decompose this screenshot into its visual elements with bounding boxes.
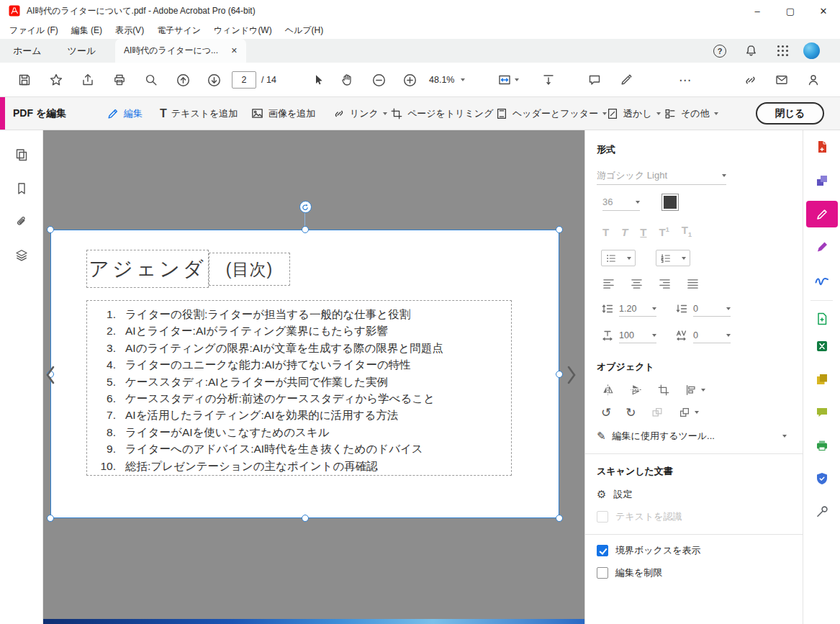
more-tools-rail-icon[interactable]	[813, 502, 831, 521]
bullet-list-dropdown[interactable]	[601, 250, 636, 266]
edit-pdf-icon[interactable]	[806, 201, 838, 227]
recognize-text-checkbox[interactable]	[597, 511, 608, 523]
line-spacing-dropdown[interactable]: 1.20	[619, 301, 656, 317]
rotate-clockwise-button[interactable]: ↻	[626, 407, 636, 419]
combine-files-icon[interactable]	[813, 171, 831, 190]
app-grid-button[interactable]	[772, 39, 793, 63]
more-tools-button[interactable]: ⋯	[675, 70, 695, 90]
scan-ocr-icon[interactable]	[813, 436, 831, 455]
numbered-list-dropdown[interactable]	[656, 250, 690, 266]
close-edit-mode-button[interactable]: 閉じる	[756, 102, 824, 125]
account-avatar[interactable]	[800, 39, 822, 63]
show-bounding-box-checkbox[interactable]	[597, 545, 608, 556]
bookmarks-icon[interactable]	[13, 180, 30, 197]
next-page-arrow[interactable]	[564, 364, 579, 386]
add-image-button[interactable]: 画像を追加	[250, 97, 315, 130]
zoom-out-button[interactable]	[369, 70, 389, 90]
selection-handle-middle-right[interactable]	[556, 371, 563, 378]
arrange-objects-dropdown[interactable]	[678, 406, 699, 419]
page-number-input[interactable]: 2	[232, 71, 256, 89]
document-viewport[interactable]: アジェンダ (目次) 1.ライターの役割:ライターが担当する一般的な仕事と役割 …	[43, 130, 584, 624]
font-size-dropdown[interactable]: 36	[602, 194, 640, 211]
crop-object-button[interactable]	[657, 384, 670, 397]
slide-subtitle-textbox[interactable]: (目次)	[209, 253, 290, 286]
flip-horizontal-button[interactable]	[601, 383, 615, 397]
link-tool-button[interactable]: リンク	[333, 97, 387, 130]
measure-tool-button[interactable]	[538, 70, 559, 90]
replace-object-button[interactable]	[651, 406, 664, 419]
agenda-list-textbox[interactable]: 1.ライターの役割:ライターが担当する一般的な仕事と役割 2.AIとライター:A…	[86, 300, 512, 476]
underline-button[interactable]: T	[640, 226, 646, 238]
character-spacing-dropdown[interactable]: 0	[693, 327, 731, 343]
tab-home[interactable]: ホーム	[0, 39, 55, 63]
protect-pdf-icon[interactable]	[813, 469, 831, 488]
scan-settings-button[interactable]: ⚙ 設定	[597, 488, 791, 501]
next-page-button[interactable]	[204, 70, 224, 90]
maximize-button[interactable]: ▢	[774, 0, 807, 22]
crop-pages-button[interactable]: ページをトリミング	[390, 97, 493, 130]
italic-button[interactable]: T	[621, 226, 628, 238]
rotate-handle[interactable]	[299, 201, 312, 213]
watermark-button[interactable]: 透かし	[606, 97, 661, 130]
close-window-button[interactable]: ✕	[807, 0, 840, 22]
selection-handle-top-center[interactable]	[302, 226, 309, 233]
zoom-level-dropdown[interactable]: 48.1%	[429, 63, 465, 97]
horizontal-scale-dropdown[interactable]: 100	[619, 327, 656, 343]
email-button[interactable]	[772, 70, 792, 90]
account-button[interactable]	[803, 70, 823, 90]
acrobat-sign-icon[interactable]	[813, 271, 831, 289]
comments-icon[interactable]	[813, 403, 831, 422]
star-favorite-button[interactable]	[46, 70, 66, 90]
selection-handle-top-right[interactable]	[556, 226, 563, 233]
flip-vertical-button[interactable]	[629, 383, 643, 397]
tab-close-icon[interactable]: ✕	[231, 46, 238, 55]
search-icon[interactable]	[141, 70, 161, 90]
create-pdf-icon[interactable]	[813, 137, 831, 156]
selection-handle-bottom-left[interactable]	[47, 515, 54, 522]
print-button[interactable]	[109, 70, 130, 90]
font-family-dropdown[interactable]: 游ゴシック Light	[597, 166, 726, 185]
selection-handle-bottom-center[interactable]	[302, 515, 309, 522]
menu-view[interactable]: 表示(V)	[109, 24, 150, 37]
save-button[interactable]	[14, 70, 35, 90]
editing-tools-dropdown[interactable]: ✎ 編集に使用するツール...	[597, 430, 791, 443]
menu-window[interactable]: ウィンドウ(W)	[207, 24, 279, 37]
more-options-button[interactable]: その他	[664, 97, 718, 130]
page-thumbnails-icon[interactable]	[13, 146, 30, 163]
selection-handle-top-left[interactable]	[47, 226, 54, 233]
superscript-button[interactable]: T1	[659, 226, 669, 238]
menu-esign[interactable]: 電子サイン	[150, 24, 207, 37]
tab-document[interactable]: AI時代のライターにつ... ✕	[115, 39, 246, 63]
menu-edit[interactable]: 編集 (E)	[65, 24, 109, 37]
select-tool-button[interactable]	[308, 70, 328, 90]
bold-button[interactable]: T	[602, 226, 609, 238]
help-button[interactable]: ?	[709, 39, 731, 63]
header-footer-button[interactable]: ヘッダーとフッター	[495, 97, 607, 130]
previous-page-arrow[interactable]	[43, 364, 58, 386]
rotate-counterclockwise-button[interactable]: ↺	[601, 407, 611, 419]
comment-tool-button[interactable]	[584, 70, 605, 90]
selection-handle-bottom-right[interactable]	[556, 515, 563, 522]
align-left-button[interactable]	[602, 278, 615, 290]
export-excel-icon[interactable]	[813, 337, 831, 356]
organize-pages-icon[interactable]	[813, 370, 831, 389]
menu-help[interactable]: ヘルプ(H)	[279, 24, 330, 37]
layers-icon[interactable]	[13, 247, 30, 264]
attachments-icon[interactable]	[13, 213, 30, 230]
highlighter-tool-button[interactable]	[616, 70, 636, 90]
minimize-button[interactable]: –	[741, 0, 774, 22]
previous-page-button[interactable]	[173, 70, 193, 90]
subscript-button[interactable]: T1	[682, 224, 692, 238]
add-text-button[interactable]: T テキストを追加	[160, 97, 238, 130]
hand-tool-button[interactable]	[337, 70, 357, 90]
font-color-swatch[interactable]	[661, 194, 679, 211]
zoom-in-button[interactable]	[399, 70, 420, 90]
notifications-button[interactable]	[740, 39, 762, 63]
tab-tools[interactable]: ツール	[55, 39, 109, 63]
restrict-editing-checkbox[interactable]	[597, 567, 608, 579]
pdf-page[interactable]: アジェンダ (目次) 1.ライターの役割:ライターが担当する一般的な仕事と役割 …	[51, 230, 559, 517]
page-fit-dropdown[interactable]	[494, 70, 523, 90]
request-signatures-icon[interactable]	[813, 238, 831, 256]
slide-title-textbox[interactable]: アジェンダ	[86, 250, 209, 288]
share-button[interactable]	[78, 70, 98, 90]
